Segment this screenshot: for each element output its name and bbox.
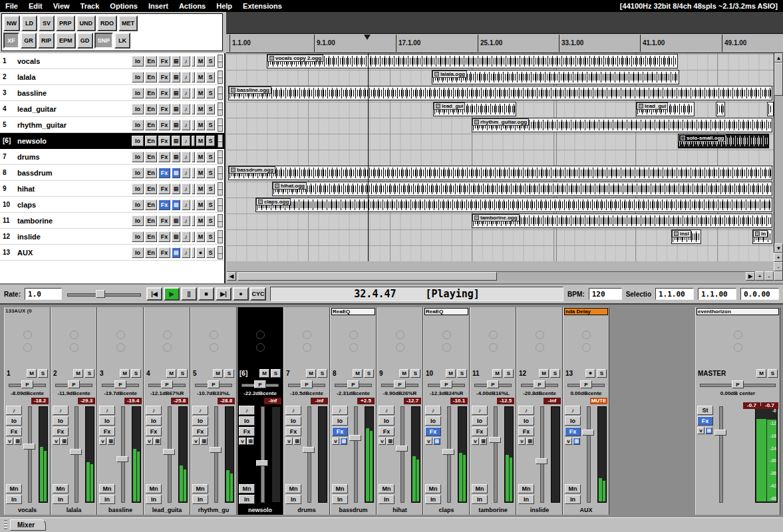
track-routing-button[interactable]: ⊞ xyxy=(172,152,180,162)
media-item[interactable]: hihat.ogg xyxy=(272,182,772,196)
media-item[interactable]: rhythm_guitar.ogg xyxy=(472,118,772,132)
track-name[interactable]: rhythm_guitar xyxy=(17,121,67,129)
track-row[interactable]: 2 lalala Io En Fx ⊞ ♪ M ● S xyxy=(0,69,224,85)
master-fx-slot[interactable]: eventhorizon xyxy=(697,308,779,315)
media-item[interactable]: lalala.ogg xyxy=(432,70,679,84)
toolbar-xf-button[interactable]: XF xyxy=(3,33,19,49)
strip-v-button[interactable]: v xyxy=(146,438,153,445)
strip-name[interactable]: vocals xyxy=(5,505,50,515)
strip-solo-button[interactable]: S xyxy=(38,369,48,378)
strip-input-button[interactable]: In xyxy=(565,495,581,504)
pan-fader[interactable]: P xyxy=(98,379,143,390)
toolbar-lk-button[interactable]: LK xyxy=(114,33,130,49)
strip-monitor-button[interactable]: ♪ xyxy=(53,406,69,415)
scroll-down-icon[interactable]: ▼ xyxy=(774,243,783,253)
pan-button[interactable]: P xyxy=(68,380,80,388)
strip-input-button[interactable]: In xyxy=(6,495,22,504)
track-arm-button[interactable] xyxy=(192,72,195,82)
track-mute-button[interactable]: M xyxy=(196,200,205,210)
toolbar-nw-button[interactable]: NW xyxy=(3,15,20,31)
strip-input-button[interactable]: In xyxy=(99,495,115,504)
strip-fx-button[interactable]: Fx xyxy=(285,427,301,436)
play-button[interactable]: ▶ xyxy=(164,287,180,301)
track-fx-button[interactable]: Fx xyxy=(158,56,170,66)
track-monitor-button[interactable]: ♪ xyxy=(182,231,190,242)
track-envelope-button[interactable]: En xyxy=(145,120,157,130)
track-fx-button[interactable]: Fx xyxy=(158,104,170,114)
track-fx-button[interactable]: Fx xyxy=(158,152,170,162)
strip-input-button[interactable]: In xyxy=(472,495,488,504)
strip-fx-button[interactable]: Fx xyxy=(99,427,115,436)
mixer-strip[interactable]: 7 M ● S P -10.5dBcente ♪ Io Fx v ⊞ Mn In… xyxy=(283,307,330,515)
tab-mixer[interactable]: Mixer xyxy=(10,519,46,531)
pan-fader[interactable]: P xyxy=(517,379,562,390)
strip-v-button[interactable]: v xyxy=(239,438,246,445)
strip-routing-button[interactable]: ⊞ xyxy=(200,438,208,445)
strip-input-button[interactable]: In xyxy=(53,495,69,504)
pan-button[interactable]: P xyxy=(347,380,359,388)
volume-fader[interactable] xyxy=(211,406,220,503)
track-routing-button[interactable]: ⊞ xyxy=(172,200,180,210)
track-envelope-button[interactable]: En xyxy=(145,136,157,146)
track-row[interactable]: 11 tamborine Io En Fx ⊞ ♪ M ● S xyxy=(0,213,224,229)
track-pan-fader[interactable] xyxy=(218,55,223,68)
rate-slider-thumb[interactable] xyxy=(96,290,105,298)
track-fx-button[interactable]: Fx xyxy=(158,136,170,146)
track-solo-button[interactable]: S xyxy=(206,215,215,226)
track-monitor-button[interactable]: ♪ xyxy=(182,168,190,178)
track-io-button[interactable]: Io xyxy=(132,184,144,194)
vertical-zoom-in-button[interactable]: + xyxy=(774,253,783,262)
master-solo-button[interactable]: S xyxy=(768,369,778,378)
media-item[interactable]: bassdrum.ogg xyxy=(228,166,772,180)
pan-fader[interactable]: P xyxy=(144,379,190,390)
track-pan-fader[interactable] xyxy=(218,118,223,132)
pan-button[interactable]: P xyxy=(161,380,173,388)
strip-io-button[interactable]: Io xyxy=(379,416,394,426)
pan-button[interactable]: P xyxy=(732,380,744,388)
time-display[interactable]: 32.4.47 [Playing] xyxy=(270,287,563,301)
strip-input-button[interactable]: In xyxy=(379,495,394,504)
scroll-up-icon[interactable]: ▲ xyxy=(774,53,783,63)
track-io-button[interactable]: Io xyxy=(132,136,144,146)
track-arm-button[interactable] xyxy=(192,120,195,130)
strip-fx-button[interactable]: Fx xyxy=(518,427,534,436)
track-pan-fader[interactable] xyxy=(218,134,223,148)
selection-length-input[interactable]: 0.0.00 xyxy=(740,288,779,300)
track-row[interactable]: 8 bassdrum Io En Fx ⊞ ♪ M ● S xyxy=(0,165,224,181)
strip-io-button[interactable]: Io xyxy=(332,416,348,426)
strip-solo-button[interactable]: S xyxy=(84,369,94,378)
track-routing-button[interactable]: ⊞ xyxy=(172,104,180,114)
strip-input-button[interactable]: In xyxy=(425,495,441,504)
strip-v-button[interactable]: v xyxy=(99,438,106,445)
hscroll-thumb[interactable] xyxy=(237,272,497,281)
track-envelope-button[interactable]: En xyxy=(145,231,157,242)
fader-thumb[interactable] xyxy=(210,447,222,453)
media-item[interactable]: tamborine.ogg xyxy=(472,213,772,228)
vertical-zoom-out-button[interactable]: - xyxy=(774,262,783,271)
track-pan-fader[interactable] xyxy=(218,86,223,100)
arrange-view[interactable]: vocals copy 2.ogg lalala.ogg bassline.og… xyxy=(227,53,783,283)
horizontal-zoom-out-button[interactable]: - xyxy=(764,271,774,281)
selection-start-input[interactable]: 1.1.00 xyxy=(655,288,694,300)
strip-mono-button[interactable]: Mn xyxy=(146,484,162,493)
fx-slot[interactable] xyxy=(52,308,96,315)
track-solo-button[interactable]: S xyxy=(206,152,215,162)
volume-fader[interactable] xyxy=(304,406,313,503)
track-routing-button[interactable]: ⊞ xyxy=(172,56,180,66)
mixer-strip[interactable]: 9 M ● S P -9.90dB26%R ♪ Io Fx v ⊞ Mn In … xyxy=(377,307,423,515)
toolbar-gd-button[interactable]: GD xyxy=(77,33,93,49)
volume-fader[interactable] xyxy=(397,406,406,503)
pan-fader[interactable]: P xyxy=(563,379,609,390)
track-solo-button[interactable]: S xyxy=(206,200,215,210)
pan-button[interactable]: P xyxy=(394,380,406,388)
track-row[interactable]: 9 hihat Io En Fx ⊞ ♪ M ● S xyxy=(0,181,224,197)
strip-fx-button[interactable]: Fx xyxy=(379,427,394,436)
track-fx-button[interactable]: Fx xyxy=(158,168,170,178)
fx-slot[interactable] xyxy=(192,308,235,315)
track-envelope-button[interactable]: En xyxy=(145,88,157,98)
track-solo-button[interactable]: S xyxy=(206,168,215,178)
strip-mono-button[interactable]: Mn xyxy=(565,484,581,493)
pan-button[interactable]: P xyxy=(580,380,592,388)
master-v-button[interactable]: v xyxy=(697,427,705,434)
pan-button[interactable]: P xyxy=(534,380,546,388)
